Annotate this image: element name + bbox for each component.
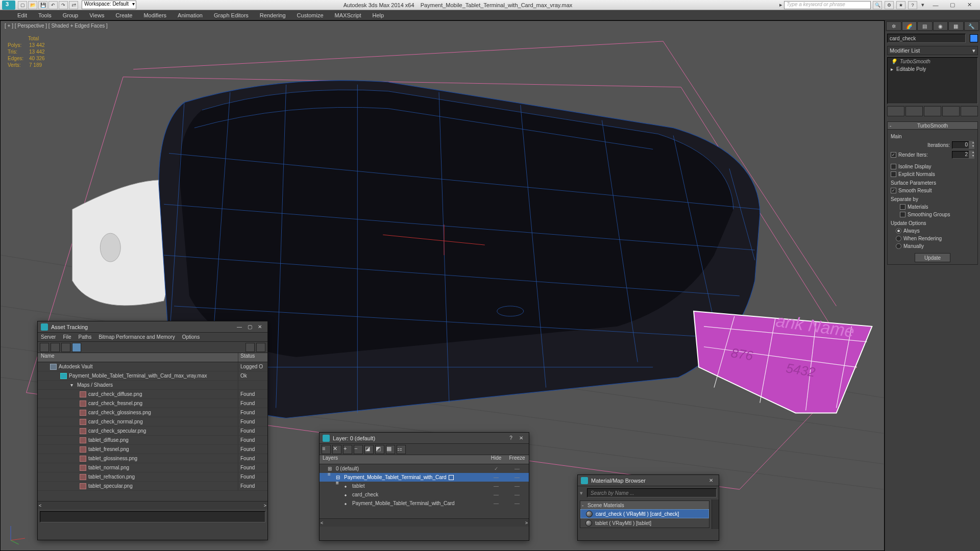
menu-group[interactable]: Group [63, 12, 79, 18]
link-button[interactable]: ⮂ [69, 1, 78, 9]
asset-row[interactable]: card_check_fresnel.pngFound [38, 399, 267, 408]
app-icon[interactable] [2, 1, 15, 10]
close-button[interactable]: ✕ [517, 434, 526, 442]
asset-row[interactable]: tablet_diffuse.pngFound [38, 436, 267, 445]
layer-col-icon[interactable]: ▦ [386, 445, 395, 454]
asset-menu-paths[interactable]: Paths [79, 334, 92, 340]
asset-row[interactable]: Payment_Mobile_Tablet_Terminal_with_Card… [38, 371, 267, 381]
menu-animation[interactable]: Animation [178, 12, 203, 18]
layer-new-icon[interactable]: ≡ [322, 445, 331, 454]
scene-materials-header[interactable]: Scene Materials [580, 501, 709, 509]
layer-row[interactable]: ⬥tablet—— [320, 482, 529, 490]
menu-customize[interactable]: Customize [297, 12, 324, 18]
update-render-radio[interactable] [896, 236, 901, 241]
pin-stack-icon[interactable] [887, 106, 904, 116]
menu-tools[interactable]: Tools [38, 12, 52, 18]
menu-maxscript[interactable]: MAXScript [335, 12, 361, 18]
help-icon[interactable]: ? [908, 1, 917, 9]
layer-row[interactable]: ⬥Payment_Mobile_Tablet_Terminal_with_Car… [320, 499, 529, 508]
asset-row[interactable]: card_check_normal.pngFound [38, 417, 267, 427]
asset-row[interactable]: tablet_normal.pngFound [38, 463, 267, 472]
explicit-checkbox[interactable] [891, 171, 896, 177]
viewport-label[interactable]: [ + ] [ Perspective ] [ Shaded + Edged F… [5, 23, 108, 29]
show-end-icon[interactable] [905, 106, 923, 116]
redo-button[interactable]: ↷ [59, 1, 68, 9]
modify-tab-icon[interactable]: 🌈 [902, 21, 917, 31]
minimize-button[interactable]: — [928, 0, 943, 10]
material-item[interactable]: tablet ( VRayMtl ) [tablet] [580, 518, 709, 528]
help-button[interactable]: ? [506, 434, 516, 442]
layer-opt-icon[interactable]: ⚏ [397, 445, 406, 454]
object-name-input[interactable]: card_check [887, 34, 966, 43]
asset-menu-server[interactable]: Server [41, 334, 56, 340]
layer-row[interactable]: ⊞ ≡0 (default)✓— [320, 464, 529, 473]
layer-minus-icon[interactable]: − [354, 445, 363, 454]
close-button[interactable]: ✕ [962, 0, 977, 10]
menu-rendering[interactable]: Rendering [260, 12, 286, 18]
table-icon[interactable] [72, 343, 81, 352]
list-icon[interactable] [61, 343, 70, 352]
menu-views[interactable]: Views [89, 12, 104, 18]
save-button[interactable]: 💾 [38, 1, 47, 9]
layer-sel-icon[interactable]: ◪ [364, 445, 374, 454]
object-color-swatch[interactable] [970, 34, 978, 42]
close-button[interactable]: ✕ [706, 477, 716, 485]
iterations-spinner[interactable]: 0 [952, 141, 974, 149]
hierarchy-tab-icon[interactable]: ▤ [917, 21, 933, 31]
path-input[interactable] [40, 511, 265, 522]
minimize-button[interactable]: — [235, 323, 244, 331]
update-button[interactable]: Update [915, 253, 950, 262]
undo-button[interactable]: ↶ [48, 1, 58, 9]
asset-row[interactable]: card_check_glossiness.pngFound [38, 408, 267, 417]
new-button[interactable]: ▢ [18, 1, 27, 9]
open-button[interactable]: 📂 [28, 1, 37, 9]
config-icon[interactable] [961, 106, 978, 116]
asset-menu-options[interactable]: Options [182, 334, 200, 340]
comm-icon[interactable]: ⚙ [885, 1, 894, 9]
menu-graph-editors[interactable]: Graph Editors [214, 12, 249, 18]
maximize-button[interactable]: ▢ [245, 323, 254, 331]
star-icon[interactable]: ★ [896, 1, 905, 9]
asset-row[interactable]: card_check_specular.pngFound [38, 427, 267, 436]
modifier-list-dropdown[interactable]: Modifier List [887, 46, 978, 55]
layer-row[interactable]: ⊟ ≡Payment_Mobile_Tablet_Terminal_with_C… [320, 473, 529, 482]
update-always-radio[interactable] [896, 228, 901, 234]
vertical-scrollbar[interactable] [712, 499, 719, 529]
help-icon[interactable] [246, 343, 255, 352]
maximize-button[interactable]: ▢ [945, 0, 960, 10]
asset-row[interactable]: Autodesk VaultLogged O [38, 362, 267, 371]
asset-row[interactable]: tablet_glossiness.pngFound [38, 454, 267, 463]
menu-help[interactable]: Help [373, 12, 384, 18]
rollout-header[interactable]: TurboSmooth [887, 121, 978, 130]
layer-del-icon[interactable]: ✕ [332, 445, 341, 454]
workspace-selector[interactable]: Workspace: Default [82, 1, 136, 9]
menu-modifiers[interactable]: Modifiers [143, 12, 166, 18]
render-iters-checkbox[interactable]: ✓ [891, 152, 896, 158]
refresh-icon[interactable] [40, 343, 49, 352]
sep-smgroups-checkbox[interactable] [900, 212, 905, 217]
modifier-stack[interactable]: 💡TurboSmooth▸Editable Poly [887, 57, 978, 104]
asset-row[interactable]: tablet_specular.pngFound [38, 482, 267, 491]
modifier-turbosmooth[interactable]: 💡TurboSmooth [888, 58, 977, 65]
unique-icon[interactable] [924, 106, 941, 116]
motion-tab-icon[interactable]: ◉ [933, 21, 948, 31]
remove-mod-icon[interactable] [942, 106, 960, 116]
create-tab-icon[interactable]: ✲ [886, 21, 901, 31]
settings-icon[interactable] [256, 343, 265, 352]
modifier-editable-poly[interactable]: ▸Editable Poly [888, 65, 977, 73]
menu-edit[interactable]: Edit [17, 12, 27, 18]
asset-row[interactable]: ▾Maps / Shaders [38, 381, 267, 390]
asset-row[interactable]: card_check_diffuse.pngFound [38, 390, 267, 399]
update-manual-radio[interactable] [896, 243, 901, 249]
layer-hi-icon[interactable]: ◩ [375, 445, 384, 454]
smooth-result-checkbox[interactable]: ✓ [891, 188, 896, 193]
material-item[interactable]: card_check ( VRayMtl ) [card_check] [580, 509, 709, 518]
utilities-tab-icon[interactable]: 🔧 [964, 21, 979, 31]
material-search-input[interactable]: Search by Name ... [587, 488, 717, 497]
layer-row[interactable]: ⬥card_check—— [320, 490, 529, 499]
search-icon[interactable]: 🔍 [873, 1, 882, 9]
sep-materials-checkbox[interactable] [900, 204, 905, 210]
layer-add-icon[interactable]: + [343, 445, 352, 454]
help-search-input[interactable]: Type a keyword or phrase [784, 1, 871, 9]
horizontal-scrollbar[interactable]: <> [320, 518, 529, 527]
